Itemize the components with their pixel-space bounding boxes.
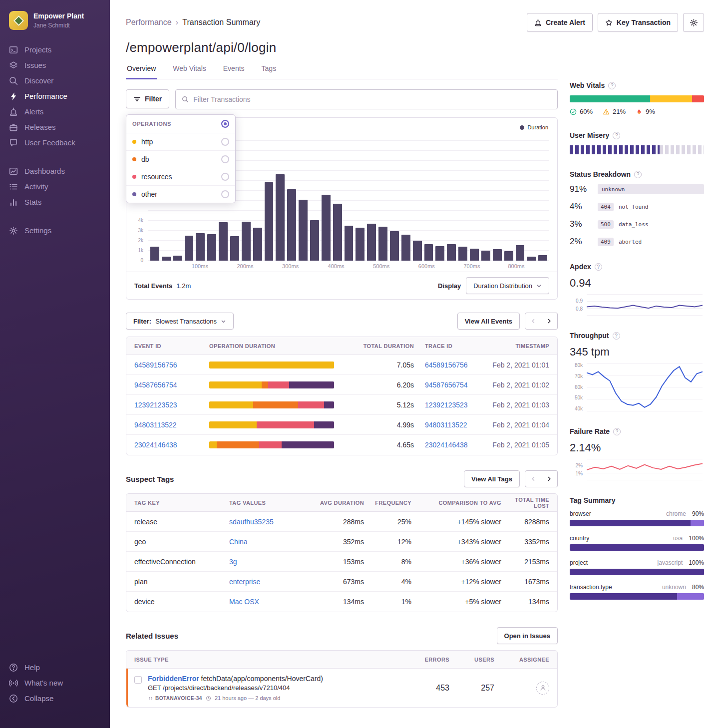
suspect-tag-row: device Mac OSX 134ms 1% +5% slower 134ms xyxy=(126,592,557,612)
tag-value-link[interactable]: China xyxy=(229,538,309,546)
pager-prev-button[interactable] xyxy=(525,470,541,487)
comparison-value: +12% slower xyxy=(411,578,501,586)
tab-tags[interactable]: Tags xyxy=(261,59,278,79)
sidebar-item-alerts[interactable]: Alerts xyxy=(9,104,101,119)
event-id-link[interactable]: 94587656754 xyxy=(134,381,209,389)
operation-option-label: http xyxy=(141,138,153,146)
tab-web-vitals[interactable]: Web Vitals xyxy=(172,59,207,79)
nav-group-settings: Settings xyxy=(0,223,110,238)
help-circle-icon[interactable]: ? xyxy=(634,171,642,178)
operations-dropdown-header: OPERATIONS xyxy=(126,115,235,133)
operation-duration-bar xyxy=(209,421,334,428)
breadcrumb-performance[interactable]: Performance xyxy=(126,18,172,27)
tag-key-value: plan xyxy=(134,578,229,586)
trace-id-link[interactable]: 23024146438 xyxy=(414,441,484,449)
org-diamond-icon xyxy=(13,15,23,25)
events-pager xyxy=(525,313,558,330)
trace-id-link[interactable]: 64589156756 xyxy=(414,361,484,369)
sidebar-item-discover[interactable]: Discover xyxy=(9,73,101,88)
throughput-axis: 80k 70k 60k 50k 40k xyxy=(570,363,583,411)
chart-footer: Total Events 1.2m Display Duration Distr… xyxy=(126,272,557,299)
help-circle-icon[interactable]: ? xyxy=(608,82,616,89)
sidebar-item-releases[interactable]: Releases xyxy=(9,119,101,135)
user-misery-bar xyxy=(570,145,704,154)
operation-option-other[interactable]: other xyxy=(126,186,235,203)
tag-summary-bar xyxy=(570,544,704,551)
pager-next-button[interactable] xyxy=(541,470,558,487)
breadcrumb-separator-icon: › xyxy=(176,17,179,27)
org-switcher[interactable]: Empower Plant Jane Schmidt xyxy=(0,9,110,42)
nav-group-secondary: Dashboards Activity Stats xyxy=(0,163,110,210)
operation-option-resources[interactable]: resources xyxy=(126,168,235,186)
sidebar-item-collapse[interactable]: Collapse xyxy=(9,691,101,706)
key-transaction-button[interactable]: Key Transaction xyxy=(598,13,678,32)
event-id-link[interactable]: 64589156756 xyxy=(134,361,209,369)
sidebar-item-projects[interactable]: Projects xyxy=(9,42,101,57)
assignee-button[interactable] xyxy=(536,682,549,695)
sidebar-item-label: Stats xyxy=(24,198,41,206)
sidebar-item-settings[interactable]: Settings xyxy=(9,223,101,238)
display-dropdown[interactable]: Duration Distribution xyxy=(466,277,549,294)
view-all-tags-button[interactable]: View All Tags xyxy=(464,470,520,487)
tab-overview[interactable]: Overview xyxy=(126,59,157,79)
help-circle-icon[interactable]: ? xyxy=(613,132,620,139)
event-id-link[interactable]: 23024146438 xyxy=(134,441,209,449)
db-radio[interactable] xyxy=(221,155,229,163)
avg-duration-value: 288ms xyxy=(309,518,364,526)
sidebar-item-stats[interactable]: Stats xyxy=(9,194,101,210)
sidebar-item-help[interactable]: Help xyxy=(9,660,101,675)
view-all-events-button[interactable]: View All Events xyxy=(457,313,520,330)
col-comparison: COMPARISON TO AVG xyxy=(411,500,501,506)
settings-button[interactable] xyxy=(683,13,704,32)
trace-id-link[interactable]: 12392123523 xyxy=(414,401,484,409)
trace-id-link[interactable]: 94587656754 xyxy=(414,381,484,389)
pager-next-button[interactable] xyxy=(541,313,558,330)
help-circle-icon[interactable]: ? xyxy=(595,263,602,271)
create-alert-button[interactable]: Create Alert xyxy=(527,13,593,32)
issue-type-link[interactable]: ForbiddenError xyxy=(148,675,199,683)
operations-header-label: OPERATIONS xyxy=(132,121,171,127)
issue-checkbox[interactable] xyxy=(134,676,142,684)
trace-id-link[interactable]: 94803113522 xyxy=(414,421,484,429)
web-vitals-meh: 21% xyxy=(603,108,626,115)
operation-option-db[interactable]: db xyxy=(126,151,235,168)
help-circle-icon[interactable]: ? xyxy=(613,428,621,435)
event-id-link[interactable]: 12392123523 xyxy=(134,401,209,409)
sidebar-item-user-feedback[interactable]: User Feedback xyxy=(9,135,101,150)
pager-prev-button[interactable] xyxy=(525,313,541,330)
operation-duration-bar xyxy=(209,362,334,368)
operations-all-radio[interactable] xyxy=(221,120,229,128)
tag-summary-panel: Tag Summary browser chrome 90% xyxy=(570,496,704,600)
events-filter-dropdown[interactable]: Filter: Slowest Transactions xyxy=(126,313,234,330)
other-radio[interactable] xyxy=(221,190,229,198)
app-root: Empower Plant Jane Schmidt Projects Issu… xyxy=(0,0,719,728)
sidebar-item-performance[interactable]: Performance xyxy=(9,88,101,104)
total-duration-value: 6.20s xyxy=(359,381,414,389)
timestamp-value: Feb 2, 2021 01:01 xyxy=(484,361,549,369)
filter-button[interactable]: Filter xyxy=(126,89,169,108)
status-pct: 4% xyxy=(570,202,593,212)
suspect-tag-row: geo China 352ms 12% +343% slower 3352ms xyxy=(126,532,557,552)
event-id-link[interactable]: 94803113522 xyxy=(134,421,209,429)
operation-duration-bar xyxy=(209,381,334,388)
sidebar-item-activity[interactable]: Activity xyxy=(9,179,101,194)
col-avg-duration: AVG DURATION xyxy=(309,500,364,506)
help-circle-icon[interactable]: ? xyxy=(613,332,620,340)
search-input[interactable] xyxy=(193,95,551,103)
tag-value-link[interactable]: Mac OSX xyxy=(229,598,309,606)
sidebar-item-whats-new[interactable]: What's new xyxy=(9,675,101,691)
sidebar-item-issues[interactable]: Issues xyxy=(9,57,101,73)
http-radio[interactable] xyxy=(221,138,229,146)
operation-option-http[interactable]: http xyxy=(126,133,235,151)
tag-value-link[interactable]: 3g xyxy=(229,558,309,566)
tab-events[interactable]: Events xyxy=(222,59,246,79)
failure-rate-chart xyxy=(587,458,703,480)
related-issues-table: ISSUE TYPE ERRORS USERS ASSIGNEE Forbidd… xyxy=(126,650,558,708)
issue-summary: fetchData(app/components/HoverCard) xyxy=(201,675,323,683)
avg-duration-value: 134ms xyxy=(309,598,364,606)
tag-value-link[interactable]: enterprise xyxy=(229,578,309,586)
sidebar-item-dashboards[interactable]: Dashboards xyxy=(9,163,101,179)
tag-value-link[interactable]: sdaufhu35235 xyxy=(229,518,309,526)
resources-radio[interactable] xyxy=(221,173,229,181)
open-in-issues-button[interactable]: Open in Issues xyxy=(497,627,558,644)
